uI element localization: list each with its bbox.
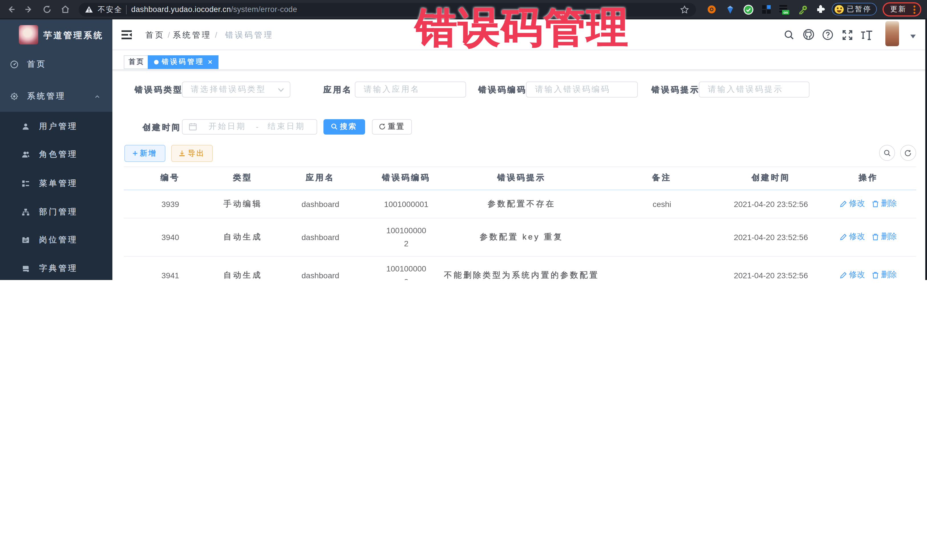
svg-text:on: on: [784, 10, 788, 15]
